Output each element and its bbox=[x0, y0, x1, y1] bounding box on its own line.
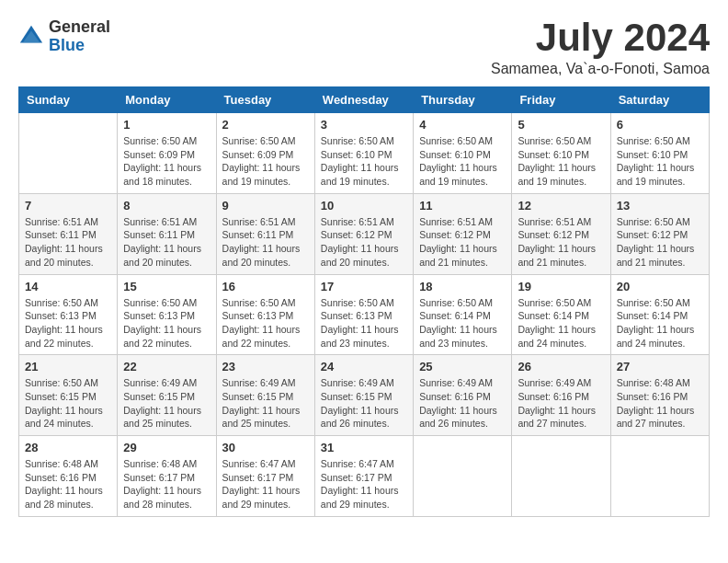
day-info: Sunrise: 6:50 AMSunset: 6:14 PMDaylight:… bbox=[617, 296, 703, 350]
day-info: Sunrise: 6:50 AMSunset: 6:12 PMDaylight:… bbox=[617, 215, 703, 270]
day-cell-1-4: 11 Sunrise: 6:51 AMSunset: 6:12 PMDaylig… bbox=[414, 193, 512, 274]
day-number: 10 bbox=[321, 199, 407, 213]
day-number: 24 bbox=[321, 360, 407, 373]
day-number: 19 bbox=[518, 280, 604, 293]
day-cell-2-6: 20 Sunrise: 6:50 AMSunset: 6:14 PMDaylig… bbox=[610, 274, 709, 355]
day-info: Sunrise: 6:50 AMSunset: 6:10 PMDaylight:… bbox=[617, 134, 703, 189]
day-cell-3-2: 23 Sunrise: 6:49 AMSunset: 6:15 PMDaylig… bbox=[216, 355, 314, 436]
day-number: 22 bbox=[123, 360, 210, 373]
week-row-4: 21 Sunrise: 6:50 AMSunset: 6:15 PMDaylig… bbox=[19, 355, 710, 436]
day-cell-1-1: 8 Sunrise: 6:51 AMSunset: 6:11 PMDayligh… bbox=[118, 193, 216, 274]
day-number: 8 bbox=[123, 199, 210, 213]
day-info: Sunrise: 6:51 AMSunset: 6:11 PMDaylight:… bbox=[123, 215, 210, 270]
day-info: Sunrise: 6:49 AMSunset: 6:16 PMDaylight:… bbox=[518, 376, 604, 431]
week-row-5: 28 Sunrise: 6:48 AMSunset: 6:16 PMDaylig… bbox=[19, 436, 710, 517]
day-number: 18 bbox=[419, 280, 506, 293]
day-info: Sunrise: 6:51 AMSunset: 6:11 PMDaylight:… bbox=[222, 215, 309, 270]
col-tuesday: Tuesday bbox=[216, 87, 314, 113]
day-number: 9 bbox=[222, 199, 309, 213]
day-cell-2-5: 19 Sunrise: 6:50 AMSunset: 6:14 PMDaylig… bbox=[512, 274, 610, 355]
day-number: 12 bbox=[518, 199, 604, 213]
day-info: Sunrise: 6:49 AMSunset: 6:15 PMDaylight:… bbox=[123, 376, 210, 431]
day-cell-3-1: 22 Sunrise: 6:49 AMSunset: 6:15 PMDaylig… bbox=[118, 355, 216, 436]
day-number: 1 bbox=[123, 118, 210, 132]
day-info: Sunrise: 6:50 AMSunset: 6:13 PMDaylight:… bbox=[123, 296, 210, 350]
day-number: 17 bbox=[321, 280, 407, 293]
day-cell-0-2: 2 Sunrise: 6:50 AMSunset: 6:09 PMDayligh… bbox=[216, 113, 314, 194]
day-number: 27 bbox=[617, 360, 703, 373]
day-cell-1-3: 10 Sunrise: 6:51 AMSunset: 6:12 PMDaylig… bbox=[314, 193, 413, 274]
day-cell-2-2: 16 Sunrise: 6:50 AMSunset: 6:13 PMDaylig… bbox=[216, 274, 314, 355]
day-info: Sunrise: 6:47 AMSunset: 6:17 PMDaylight:… bbox=[222, 457, 309, 511]
logo: General Blue bbox=[18, 18, 110, 55]
day-info: Sunrise: 6:50 AMSunset: 6:10 PMDaylight:… bbox=[419, 134, 506, 189]
day-info: Sunrise: 6:50 AMSunset: 6:13 PMDaylight:… bbox=[25, 296, 111, 350]
day-info: Sunrise: 6:50 AMSunset: 6:09 PMDaylight:… bbox=[123, 134, 210, 189]
day-number: 28 bbox=[25, 441, 111, 454]
day-cell-3-5: 26 Sunrise: 6:49 AMSunset: 6:16 PMDaylig… bbox=[512, 355, 610, 436]
day-info: Sunrise: 6:47 AMSunset: 6:17 PMDaylight:… bbox=[321, 457, 407, 511]
day-cell-2-3: 17 Sunrise: 6:50 AMSunset: 6:13 PMDaylig… bbox=[314, 274, 413, 355]
day-info: Sunrise: 6:50 AMSunset: 6:15 PMDaylight:… bbox=[25, 376, 111, 431]
day-number: 16 bbox=[222, 280, 309, 293]
day-info: Sunrise: 6:48 AMSunset: 6:17 PMDaylight:… bbox=[123, 457, 210, 511]
day-cell-0-5: 5 Sunrise: 6:50 AMSunset: 6:10 PMDayligh… bbox=[512, 113, 610, 194]
day-info: Sunrise: 6:50 AMSunset: 6:14 PMDaylight:… bbox=[419, 296, 506, 350]
day-number: 31 bbox=[321, 441, 407, 454]
day-cell-3-3: 24 Sunrise: 6:49 AMSunset: 6:15 PMDaylig… bbox=[314, 355, 413, 436]
week-row-3: 14 Sunrise: 6:50 AMSunset: 6:13 PMDaylig… bbox=[19, 274, 710, 355]
day-info: Sunrise: 6:49 AMSunset: 6:16 PMDaylight:… bbox=[419, 376, 506, 431]
col-monday: Monday bbox=[118, 87, 216, 113]
week-row-2: 7 Sunrise: 6:51 AMSunset: 6:11 PMDayligh… bbox=[19, 193, 710, 274]
day-number: 15 bbox=[123, 280, 210, 293]
day-info: Sunrise: 6:50 AMSunset: 6:10 PMDaylight:… bbox=[518, 134, 604, 189]
day-info: Sunrise: 6:51 AMSunset: 6:12 PMDaylight:… bbox=[321, 215, 407, 270]
day-info: Sunrise: 6:51 AMSunset: 6:11 PMDaylight:… bbox=[25, 215, 111, 270]
day-number: 2 bbox=[222, 118, 309, 132]
day-number: 11 bbox=[419, 199, 506, 213]
col-saturday: Saturday bbox=[610, 87, 709, 113]
day-info: Sunrise: 6:49 AMSunset: 6:15 PMDaylight:… bbox=[321, 376, 407, 431]
day-number: 3 bbox=[321, 118, 407, 132]
day-cell-2-1: 15 Sunrise: 6:50 AMSunset: 6:13 PMDaylig… bbox=[118, 274, 216, 355]
day-info: Sunrise: 6:50 AMSunset: 6:09 PMDaylight:… bbox=[222, 134, 309, 189]
day-cell-0-4: 4 Sunrise: 6:50 AMSunset: 6:10 PMDayligh… bbox=[414, 113, 512, 194]
location-subtitle: Samamea, Va`a-o-Fonoti, Samoa bbox=[491, 61, 710, 77]
day-cell-1-2: 9 Sunrise: 6:51 AMSunset: 6:11 PMDayligh… bbox=[216, 193, 314, 274]
day-info: Sunrise: 6:49 AMSunset: 6:15 PMDaylight:… bbox=[222, 376, 309, 431]
day-number: 4 bbox=[419, 118, 506, 132]
day-info: Sunrise: 6:48 AMSunset: 6:16 PMDaylight:… bbox=[25, 457, 111, 511]
day-cell-4-3: 31 Sunrise: 6:47 AMSunset: 6:17 PMDaylig… bbox=[314, 436, 413, 517]
day-info: Sunrise: 6:48 AMSunset: 6:16 PMDaylight:… bbox=[617, 376, 703, 431]
day-cell-0-0 bbox=[19, 113, 118, 194]
day-cell-4-4 bbox=[414, 436, 512, 517]
day-cell-4-0: 28 Sunrise: 6:48 AMSunset: 6:16 PMDaylig… bbox=[19, 436, 118, 517]
day-number: 20 bbox=[617, 280, 703, 293]
day-cell-3-6: 27 Sunrise: 6:48 AMSunset: 6:16 PMDaylig… bbox=[610, 355, 709, 436]
day-number: 30 bbox=[222, 441, 309, 454]
day-cell-0-6: 6 Sunrise: 6:50 AMSunset: 6:10 PMDayligh… bbox=[610, 113, 709, 194]
col-thursday: Thursday bbox=[414, 87, 512, 113]
day-number: 13 bbox=[617, 199, 703, 213]
day-number: 26 bbox=[518, 360, 604, 373]
week-row-1: 1 Sunrise: 6:50 AMSunset: 6:09 PMDayligh… bbox=[19, 113, 710, 194]
calendar-table: Sunday Monday Tuesday Wednesday Thursday… bbox=[18, 86, 710, 517]
day-cell-1-5: 12 Sunrise: 6:51 AMSunset: 6:12 PMDaylig… bbox=[512, 193, 610, 274]
day-info: Sunrise: 6:50 AMSunset: 6:14 PMDaylight:… bbox=[518, 296, 604, 350]
day-number: 6 bbox=[617, 118, 703, 132]
day-cell-3-0: 21 Sunrise: 6:50 AMSunset: 6:15 PMDaylig… bbox=[19, 355, 118, 436]
day-info: Sunrise: 6:51 AMSunset: 6:12 PMDaylight:… bbox=[419, 215, 506, 270]
day-cell-2-0: 14 Sunrise: 6:50 AMSunset: 6:13 PMDaylig… bbox=[19, 274, 118, 355]
day-cell-4-5 bbox=[512, 436, 610, 517]
day-cell-4-2: 30 Sunrise: 6:47 AMSunset: 6:17 PMDaylig… bbox=[216, 436, 314, 517]
logo-icon bbox=[18, 24, 44, 50]
title-section: July 2024 Samamea, Va`a-o-Fonoti, Samoa bbox=[491, 18, 710, 77]
day-cell-1-0: 7 Sunrise: 6:51 AMSunset: 6:11 PMDayligh… bbox=[19, 193, 118, 274]
col-wednesday: Wednesday bbox=[314, 87, 413, 113]
day-cell-0-1: 1 Sunrise: 6:50 AMSunset: 6:09 PMDayligh… bbox=[118, 113, 216, 194]
day-number: 5 bbox=[518, 118, 604, 132]
calendar-header-row: Sunday Monday Tuesday Wednesday Thursday… bbox=[19, 87, 710, 113]
day-info: Sunrise: 6:50 AMSunset: 6:10 PMDaylight:… bbox=[321, 134, 407, 189]
day-number: 21 bbox=[25, 360, 111, 373]
logo-text: General Blue bbox=[49, 18, 110, 55]
